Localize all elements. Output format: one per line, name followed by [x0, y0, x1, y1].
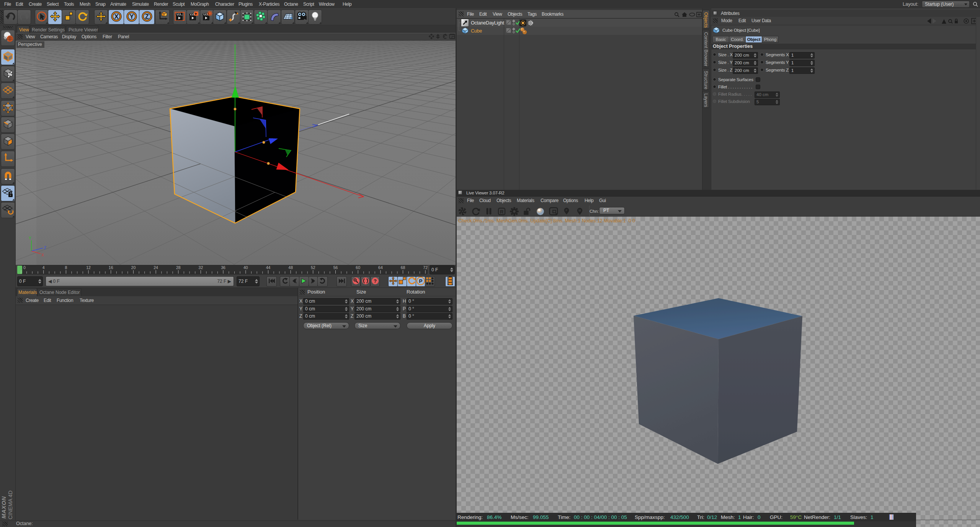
svg-text:12: 12 — [86, 265, 91, 270]
svg-text:68: 68 — [401, 265, 405, 270]
svg-text:32: 32 — [199, 265, 203, 270]
svg-text:Z: Z — [145, 13, 149, 20]
svg-text:48: 48 — [288, 265, 293, 270]
svg-text:4: 4 — [42, 265, 45, 270]
svg-text:?: ? — [374, 278, 377, 284]
svg-text:20: 20 — [131, 265, 136, 270]
svg-text:28: 28 — [176, 265, 181, 270]
svg-text:60: 60 — [356, 265, 360, 270]
svg-text:0: 0 — [23, 265, 26, 270]
svg-text:44: 44 — [266, 265, 271, 270]
svg-text:16: 16 — [109, 265, 113, 270]
svg-text:Y: Y — [29, 236, 31, 240]
svg-text:24: 24 — [154, 265, 158, 270]
svg-text:P: P — [419, 278, 422, 284]
svg-text:Z: Z — [44, 246, 46, 250]
svg-text:56: 56 — [333, 265, 338, 270]
svg-text:40: 40 — [243, 265, 248, 270]
svg-text:36: 36 — [221, 265, 225, 270]
svg-text:Y: Y — [129, 13, 134, 20]
svg-text:64: 64 — [378, 265, 383, 270]
svg-text:M: M — [578, 209, 581, 212]
svg-text:F: F — [566, 209, 568, 212]
svg-text:72: 72 — [423, 265, 428, 270]
svg-text:R: R — [500, 209, 503, 214]
svg-text:8: 8 — [65, 265, 67, 270]
svg-text:52: 52 — [311, 265, 315, 270]
svg-text:X: X — [114, 13, 118, 20]
svg-text:X: X — [41, 253, 44, 257]
